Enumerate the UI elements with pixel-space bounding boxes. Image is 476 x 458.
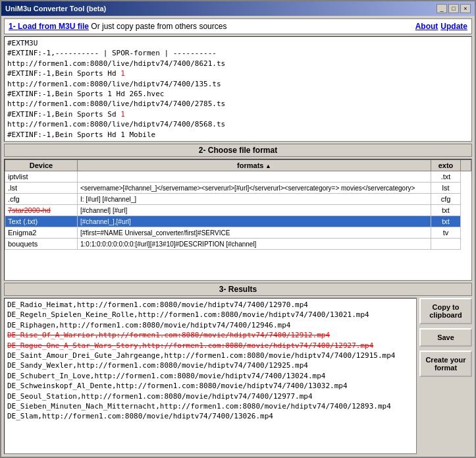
cell-device: .lst [5, 183, 78, 194]
results-line: DE_Regeln_Spielen_Keine_Rolle,http://for… [7, 310, 413, 320]
m3u-line: #EXTINF:-1,Bein Sports Hd 1 [7, 69, 469, 78]
m3u-line: #EXTINF:-1,Bein Sports Sd 1 [7, 109, 469, 119]
results-line: DE_Sandy_Wexler,http://formen1.com:8080/… [7, 360, 413, 370]
main-content: 1- Load from M3U file Or just copy paste… [1, 16, 475, 457]
results-section: DE_Radio_Heimat,http://formen1.com:8080/… [4, 298, 472, 454]
cell-device: iptvlist [5, 171, 78, 183]
m3u-line: http://formen1.com:8080/live/hdiptv74/74… [7, 99, 469, 109]
m3u-line: #EXTM3U [7, 38, 469, 48]
header-links: About Update [415, 22, 467, 31]
results-text-area[interactable]: DE_Radio_Heimat,http://formen1.com:8080/… [4, 298, 417, 454]
cell-ext: .txt [431, 171, 461, 183]
cell-ext: cfg [431, 194, 461, 205]
m3u-line: #EXTINF:-1,Bein Sports Hd 1 Mobile [7, 130, 469, 140]
results-line: DE_Saint_Amour_Drei_Gute_Jahrgeange,http… [7, 351, 413, 360]
header-bar: 1- Load from M3U file Or just copy paste… [4, 18, 472, 34]
table-container[interactable]: Device formats exto iptvlist.txt.lst<ser… [5, 159, 471, 280]
copy-button[interactable]: Copy to clipboard [419, 298, 472, 324]
table-header-row: Device formats exto [5, 160, 471, 171]
m3u-line: #EXTINF:-1,---------- | SPOR-formen | --… [7, 48, 469, 58]
load-link[interactable]: 1- Load from M3U file [9, 22, 89, 31]
window-title: UniM3u Converter Tool (beta) [5, 5, 106, 13]
cell-device: Text (.txt) [5, 216, 78, 227]
title-bar: UniM3u Converter Tool (beta) _ □ × [1, 1, 475, 16]
cell-format: <servername>[#channel_]</servername><ser… [78, 183, 431, 194]
cell-format: [#channel_],[#url] [78, 216, 431, 227]
load-section: 1- Load from M3U file Or just copy paste… [9, 22, 226, 31]
cell-ext: txt [431, 216, 461, 227]
table-row[interactable]: Text (.txt)[#channel_],[#url]txt [5, 216, 471, 227]
col-scroll [461, 160, 471, 171]
cell-format [78, 171, 431, 183]
format-table-body: iptvlist.txt.lst<servername>[#channel_]<… [5, 171, 471, 250]
window-controls: _ □ × [436, 4, 471, 13]
table-row[interactable]: 7star2000-hd[#channel] [#url]txt [5, 205, 471, 216]
format-table: Device formats exto iptvlist.txt.lst<ser… [5, 159, 471, 250]
section2-header: 2- Choose file format [4, 144, 472, 157]
results-line: DE_Schubert_In_Love,http://formen1.com:8… [7, 371, 413, 381]
results-line: DE_Rogue_One_A_Star_Wars_Story,http://fo… [7, 341, 413, 351]
cell-format: 1:0:1:0:0:0:0:0:0:0:[#url][#13#10]#DESCR… [78, 239, 431, 250]
cell-ext [431, 239, 461, 250]
cell-format: [#first=#NAME Universal_converter/first]… [78, 227, 431, 239]
format-table-section: Device formats exto iptvlist.txt.lst<ser… [4, 159, 472, 281]
cell-ext: txt [431, 205, 461, 216]
cell-ext: tv [431, 227, 461, 239]
results-line: DE_Slam,http://formen1.com:8080/movie/hd… [7, 411, 413, 421]
maximize-button[interactable]: □ [448, 4, 459, 13]
table-row[interactable]: Enigma2[#first=#NAME Universal_converter… [5, 227, 471, 239]
main-window: UniM3u Converter Tool (beta) _ □ × 1- Lo… [0, 0, 476, 458]
create-format-button[interactable]: Create your format [419, 351, 472, 377]
table-row[interactable]: iptvlist.txt [5, 171, 471, 183]
col-ext: exto [431, 160, 461, 171]
col-device: Device [5, 160, 78, 171]
section3-header: 3- Results [4, 283, 472, 296]
results-line: DE_Seoul_Station,http://formen1.com:8080… [7, 391, 413, 401]
cell-ext: lst [431, 183, 461, 194]
table-row[interactable]: bouquets1:0:1:0:0:0:0:0:0:0:[#url][#13#1… [5, 239, 471, 250]
m3u-text-area[interactable]: #EXTM3U #EXTINF:-1,---------- | SPOR-for… [4, 36, 472, 142]
results-line: DE_Schweinskopf_Al_Dente,http://formen1.… [7, 381, 413, 391]
table-row[interactable]: .lst<servername>[#channel_]</servername>… [5, 183, 471, 194]
cell-device: .cfg [5, 194, 78, 205]
m3u-line: http://formen1.com:8080/live/hdiptv74/74… [7, 59, 469, 69]
update-link[interactable]: Update [440, 22, 467, 31]
cell-device: Enigma2 [5, 227, 78, 239]
load-text: Or just copy paste from others sources [91, 22, 226, 31]
m3u-line: http://formen1.com:8080/live/hdiptv74/74… [7, 79, 469, 89]
results-line: DE_Riphagen,http://formen1.com:8080/movi… [7, 320, 413, 330]
col-formats[interactable]: formats [78, 160, 431, 171]
red-text: 1 [120, 69, 125, 78]
results-line: DE_Rise_Of_A_Warrior,http://formen1.com:… [7, 330, 413, 340]
cell-format: I: [#url] [#channel_] [78, 194, 431, 205]
buttons-panel: Copy to clipboard Save Create your forma… [419, 298, 472, 454]
cell-device: bouquets [5, 239, 78, 250]
minimize-button[interactable]: _ [436, 4, 447, 13]
table-row[interactable]: .cfgI: [#url] [#channel_]cfg [5, 194, 471, 205]
m3u-line: #EXTINF:-1,Bein Sports 1 Hd 265.hvec [7, 89, 469, 99]
cell-device: 7star2000-hd [5, 205, 78, 216]
save-button[interactable]: Save [419, 328, 472, 347]
close-button[interactable]: × [460, 4, 471, 13]
red-text: 1 [120, 110, 125, 119]
cell-format: [#channel] [#url] [78, 205, 431, 216]
about-link[interactable]: About [415, 22, 438, 31]
m3u-line: http://formen1.com:8080/live/hdiptv74/74… [7, 119, 469, 129]
results-line: DE_Sieben_Minuten_Nach_Mitternacht,http:… [7, 401, 413, 411]
results-line: DE_Radio_Heimat,http://formen1.com:8080/… [7, 300, 413, 310]
